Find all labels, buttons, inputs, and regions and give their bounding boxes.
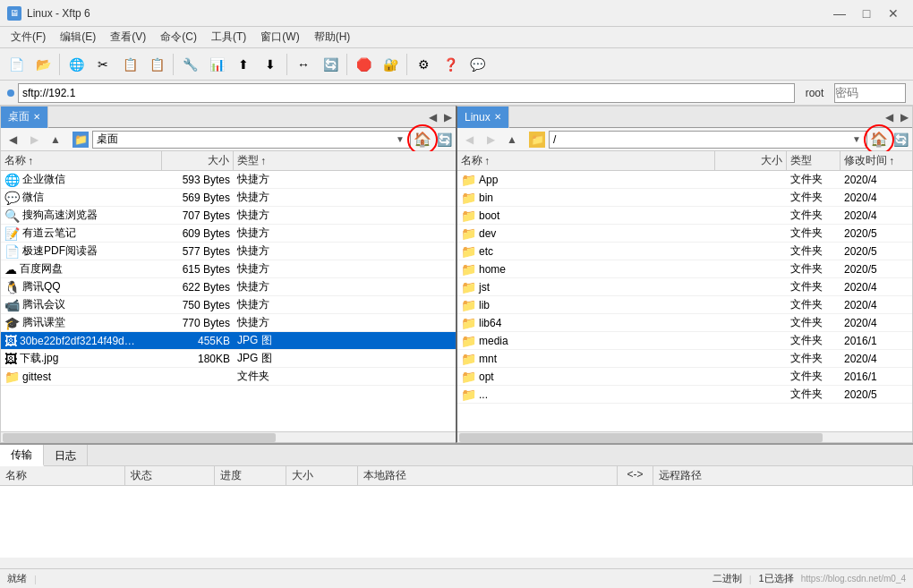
toolbar-btn7[interactable]: 🔧: [177, 52, 202, 77]
left-file-row[interactable]: 🐧 腾讯QQ 622 Bytes 快捷方: [1, 278, 456, 296]
left-home-btn[interactable]: 🏠: [413, 131, 432, 149]
toolbar-btn4[interactable]: ✂: [90, 52, 115, 77]
menu-file[interactable]: 文件(F): [4, 28, 53, 47]
right-file-type: 文件夹: [787, 278, 840, 295]
toolbar-btn17[interactable]: 💬: [465, 52, 490, 77]
right-path-input[interactable]: / ▼: [549, 131, 867, 149]
right-tab-close[interactable]: ✕: [494, 112, 501, 122]
left-file-row[interactable]: 📝 有道云笔记 609 Bytes 快捷方: [1, 225, 456, 243]
left-fwd-btn[interactable]: ▶: [24, 131, 44, 149]
right-file-row[interactable]: 📁 jst 文件夹 2020/4: [457, 278, 912, 296]
left-tab-desktop[interactable]: 桌面 ✕: [1, 107, 48, 128]
toolbar-btn8[interactable]: 📊: [204, 52, 229, 77]
right-up-btn[interactable]: ▲: [502, 131, 522, 149]
transfer-tab-log[interactable]: 日志: [44, 445, 88, 466]
left-file-row[interactable]: 🎓 腾讯课堂 770 Bytes 快捷方: [1, 314, 456, 332]
right-file-row[interactable]: 📁 bin 文件夹 2020/4: [457, 189, 912, 207]
menu-edit[interactable]: 编辑(E): [53, 28, 103, 47]
right-file-row[interactable]: 📁 etc 文件夹 2020/5: [457, 243, 912, 260]
left-path-input[interactable]: 桌面 ▼: [92, 131, 411, 149]
left-col-name[interactable]: 名称 ↑: [1, 151, 162, 170]
left-col-size[interactable]: 大小: [162, 151, 234, 170]
left-file-row[interactable]: 📹 腾讯会议 750 Bytes 快捷方: [1, 296, 456, 314]
left-path-dropdown[interactable]: ▼: [394, 134, 406, 144]
left-file-row[interactable]: 📄 极速PDF阅读器 577 Bytes 快捷方: [1, 243, 456, 260]
right-home-btn[interactable]: 🏠: [869, 131, 889, 149]
left-file-row[interactable]: 🖼 下载.jpg 180KB JPG 图: [1, 350, 456, 368]
left-file-name: 🖼 下载.jpg: [1, 350, 162, 367]
right-tab-next[interactable]: ▶: [897, 111, 912, 124]
right-file-row[interactable]: 📁 lib64 文件夹 2020/4: [457, 314, 912, 332]
toolbar-btn13[interactable]: 🛑: [351, 52, 376, 77]
right-tab-linux[interactable]: Linux ✕: [457, 107, 509, 128]
right-col-type[interactable]: 类型: [787, 151, 840, 170]
right-path-dropdown[interactable]: ▼: [850, 134, 863, 144]
password-input[interactable]: [834, 83, 906, 103]
right-file-row[interactable]: 📁 home 文件夹 2020/5: [457, 260, 912, 278]
right-file-icon: 📁: [461, 298, 476, 312]
right-file-row[interactable]: 📁 opt 文件夹 2016/1: [457, 368, 912, 386]
right-tab-prev[interactable]: ◀: [882, 111, 897, 124]
right-file-row[interactable]: 📁 mnt 文件夹 2020/4: [457, 350, 912, 368]
right-file-row[interactable]: 📁 media 文件夹 2016/1: [457, 332, 912, 350]
toolbar-btn16[interactable]: ❓: [438, 52, 463, 77]
right-col-date[interactable]: 修改时间 ↑: [840, 151, 912, 170]
right-refresh-btn[interactable]: 🔄: [891, 131, 910, 149]
toolbar-open[interactable]: 📂: [30, 52, 55, 77]
toolbar-btn3[interactable]: 🌐: [64, 52, 89, 77]
right-hscrollbar[interactable]: [459, 433, 823, 442]
right-file-row[interactable]: 📁 App 文件夹 2020/4: [457, 171, 912, 189]
right-col-size[interactable]: 大小: [715, 151, 787, 170]
left-hscroll[interactable]: [1, 431, 456, 442]
left-file-row[interactable]: 📁 gittest 文件夹: [1, 368, 456, 386]
left-hscrollbar[interactable]: [3, 433, 276, 442]
menu-tools[interactable]: 工具(T): [204, 28, 253, 47]
minimize-button[interactable]: —: [827, 4, 852, 22]
transfer-hscroll[interactable]: [0, 558, 913, 568]
left-file-row[interactable]: ☁ 百度网盘 615 Bytes 快捷方: [1, 260, 456, 278]
transfer-tab-transfer[interactable]: 传输: [0, 445, 44, 466]
toolbar-btn5[interactable]: 📋: [117, 52, 142, 77]
toolbar-btn9[interactable]: ⬆: [231, 52, 256, 77]
left-tab-next[interactable]: ▶: [440, 111, 456, 124]
left-tab-close[interactable]: ✕: [33, 112, 40, 122]
right-col-name[interactable]: 名称 ↑: [457, 151, 715, 170]
menu-window[interactable]: 窗口(W): [253, 28, 306, 47]
toolbar-btn12[interactable]: 🔄: [318, 52, 343, 77]
toolbar-btn15[interactable]: ⚙: [411, 52, 436, 77]
left-file-row[interactable]: 🖼 30be22bf2df3214f49da43c4d80fa8c5.jpg 4…: [1, 332, 456, 350]
toolbar-btn14[interactable]: 🔐: [378, 52, 403, 77]
address-input[interactable]: [18, 83, 795, 103]
left-file-list[interactable]: 🌐 企业微信 593 Bytes 快捷方 💬 微信 569 Bytes 快捷方 …: [1, 171, 456, 431]
close-button[interactable]: ✕: [881, 4, 906, 22]
maximize-button[interactable]: □: [854, 4, 879, 22]
right-file-row[interactable]: 📁 boot 文件夹 2020/4: [457, 207, 912, 225]
right-tab-arrows: ◀ ▶: [882, 111, 912, 124]
right-file-size: [715, 322, 787, 324]
left-file-row[interactable]: 🔍 搜狗高速浏览器 707 Bytes 快捷方: [1, 207, 456, 225]
right-back-btn[interactable]: ◀: [459, 131, 479, 149]
toolbar-btn6[interactable]: 📋: [144, 52, 169, 77]
right-file-row[interactable]: 📁 ... 文件夹 2020/5: [457, 386, 912, 404]
toolbar-btn10[interactable]: ⬇: [258, 52, 283, 77]
left-col-type[interactable]: 类型 ↑: [234, 151, 287, 170]
menu-help[interactable]: 帮助(H): [307, 28, 358, 47]
toolbar-btn11[interactable]: ↔: [291, 52, 316, 77]
menu-view[interactable]: 查看(V): [103, 28, 153, 47]
right-hscroll[interactable]: [457, 431, 912, 442]
left-up-btn[interactable]: ▲: [46, 131, 65, 149]
toolbar-new[interactable]: 📄: [4, 52, 29, 77]
right-file-row[interactable]: 📁 dev 文件夹 2020/5: [457, 225, 912, 243]
left-file-name: 🖼 30be22bf2df3214f49da43c4d80fa8c5.jpg: [1, 333, 162, 349]
left-refresh-btn[interactable]: 🔄: [434, 131, 454, 149]
right-file-row[interactable]: 📁 lib 文件夹 2020/4: [457, 296, 912, 314]
left-back-btn[interactable]: ◀: [3, 131, 22, 149]
left-file-size: 180KB: [162, 352, 234, 366]
right-file-list[interactable]: 📁 App 文件夹 2020/4 📁 bin 文件夹 2020/4 📁 boot…: [457, 171, 912, 431]
left-file-row[interactable]: 💬 微信 569 Bytes 快捷方: [1, 189, 456, 207]
left-tab-prev[interactable]: ◀: [425, 111, 440, 124]
menu-command[interactable]: 命令(C): [153, 28, 204, 47]
transfer-body[interactable]: [0, 486, 913, 558]
right-fwd-btn[interactable]: ▶: [481, 131, 500, 149]
left-file-row[interactable]: 🌐 企业微信 593 Bytes 快捷方: [1, 171, 456, 189]
